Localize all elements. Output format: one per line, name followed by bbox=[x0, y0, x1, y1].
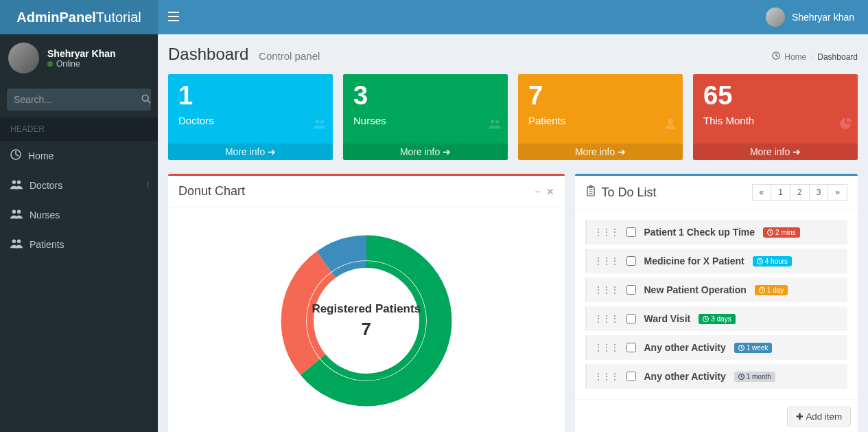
stat-box-nurses: 3NursesMore info ➜ bbox=[343, 74, 508, 160]
time-badge: 1 week bbox=[734, 343, 773, 353]
svg-point-18 bbox=[668, 119, 673, 124]
drag-handle-icon[interactable]: ⋮⋮⋮ bbox=[594, 371, 618, 382]
drag-handle-icon[interactable]: ⋮⋮⋮ bbox=[594, 255, 618, 266]
plus-icon: ✚ bbox=[796, 411, 804, 422]
todo-item: ⋮⋮⋮Medicine for X Patient 4 hours bbox=[585, 249, 848, 273]
sidebar-item-patients[interactable]: Patients bbox=[0, 229, 158, 259]
search-input[interactable] bbox=[7, 89, 141, 111]
breadcrumb: Home › Dashboard bbox=[772, 52, 858, 62]
more-info-link[interactable]: More info ➜ bbox=[168, 144, 333, 160]
arrow-circle-right-icon: ➜ bbox=[618, 146, 626, 157]
svg-point-17 bbox=[495, 120, 499, 124]
todo-checkbox[interactable] bbox=[626, 372, 636, 381]
svg-line-1 bbox=[148, 100, 150, 103]
svg-point-16 bbox=[491, 120, 494, 124]
time-badge: 1 day bbox=[755, 285, 788, 295]
header-username: Shehryar khan bbox=[792, 12, 854, 23]
sidebar-search bbox=[7, 89, 151, 111]
donut-center-label: Registered Patients bbox=[312, 302, 421, 316]
sidebar-item-label: Doctors bbox=[30, 180, 62, 191]
top-header: AdminPanelTutorial Shehryar khan bbox=[0, 0, 868, 34]
svg-line-4 bbox=[16, 155, 19, 156]
page-3[interactable]: 3 bbox=[809, 184, 829, 201]
todo-checkbox[interactable] bbox=[626, 285, 636, 295]
brand-logo[interactable]: AdminPanelTutorial bbox=[0, 0, 158, 34]
svg-point-10 bbox=[17, 240, 21, 243]
sidebar-item-nurses[interactable]: Nurses bbox=[0, 200, 158, 229]
page-2[interactable]: 2 bbox=[790, 184, 810, 201]
clock-icon bbox=[738, 345, 744, 351]
clock-icon bbox=[738, 374, 744, 380]
svg-point-9 bbox=[12, 240, 16, 243]
more-info-link[interactable]: More info ➜ bbox=[693, 144, 858, 160]
time-badge: 1 month bbox=[734, 372, 775, 382]
sidebar-item-label: Nurses bbox=[30, 209, 60, 220]
page-«[interactable]: « bbox=[752, 184, 772, 201]
users-icon bbox=[10, 238, 23, 251]
sidebar-section-header: HEADER bbox=[0, 117, 158, 141]
todo-text: Medicine for X Patient bbox=[644, 255, 744, 266]
dashboard-icon bbox=[772, 52, 780, 62]
more-info-link[interactable]: More info ➜ bbox=[343, 144, 508, 160]
users-icon bbox=[489, 80, 501, 142]
breadcrumb-current: Dashboard bbox=[817, 52, 858, 62]
search-icon bbox=[141, 94, 151, 104]
stat-value: 7 bbox=[528, 81, 672, 111]
sidebar-username: Shehryar Khan bbox=[47, 48, 116, 59]
close-icon[interactable]: ✕ bbox=[546, 186, 554, 197]
svg-point-14 bbox=[316, 120, 319, 124]
donut-center-value: 7 bbox=[362, 319, 371, 340]
stat-label: Doctors bbox=[178, 115, 322, 126]
clock-icon bbox=[767, 229, 773, 236]
page-1[interactable]: 1 bbox=[771, 184, 790, 201]
todo-item: ⋮⋮⋮Any other Activity 1 week bbox=[585, 335, 848, 360]
stat-label: Nurses bbox=[353, 115, 497, 126]
search-button[interactable] bbox=[141, 89, 151, 111]
add-item-button[interactable]: ✚ Add item bbox=[787, 407, 851, 427]
users-icon bbox=[10, 179, 23, 192]
breadcrumb-home[interactable]: Home bbox=[784, 52, 806, 62]
todo-checkbox[interactable] bbox=[626, 256, 636, 266]
hamburger-icon[interactable] bbox=[158, 10, 189, 25]
stat-label: This Month bbox=[703, 115, 847, 126]
donut-panel: Donut Chart − ✕ Registered Patients 7 bbox=[168, 174, 565, 432]
drag-handle-icon[interactable]: ⋮⋮⋮ bbox=[594, 227, 618, 238]
users-icon bbox=[314, 80, 326, 142]
todo-checkbox[interactable] bbox=[626, 227, 636, 237]
donut-chart: Registered Patients 7 bbox=[270, 225, 462, 417]
svg-point-0 bbox=[142, 95, 148, 101]
todo-checkbox[interactable] bbox=[626, 314, 636, 323]
page-subtitle: Control panel bbox=[259, 50, 320, 62]
clipboard-icon bbox=[585, 185, 596, 200]
page-»[interactable]: » bbox=[828, 184, 847, 201]
sidebar-item-doctors[interactable]: Doctors〈 bbox=[0, 170, 158, 200]
more-info-link[interactable]: More info ➜ bbox=[518, 144, 683, 160]
brand-light: Tutorial bbox=[96, 10, 141, 25]
todo-text: Any other Activity bbox=[644, 342, 726, 353]
sidebar-user-panel: Shehryar Khan Online bbox=[0, 34, 158, 82]
arrow-circle-right-icon: ➜ bbox=[268, 146, 276, 157]
content: Dashboard Control panel Home › Dashboard… bbox=[158, 34, 868, 432]
header-user[interactable]: Shehryar khan bbox=[766, 8, 868, 27]
drag-handle-icon[interactable]: ⋮⋮⋮ bbox=[594, 284, 618, 295]
clock-icon bbox=[703, 316, 709, 322]
users-icon bbox=[10, 208, 23, 221]
user-icon bbox=[665, 80, 676, 142]
sidebar-status[interactable]: Online bbox=[47, 59, 116, 69]
svg-point-5 bbox=[12, 181, 16, 184]
drag-handle-icon[interactable]: ⋮⋮⋮ bbox=[594, 313, 618, 324]
sidebar-item-home[interactable]: Home bbox=[0, 141, 158, 170]
collapse-icon[interactable]: − bbox=[535, 186, 540, 197]
stat-box-patients: 7PatientsMore info ➜ bbox=[518, 74, 683, 160]
chevron-left-icon: 〈 bbox=[143, 181, 150, 190]
sidebar: Shehryar Khan Online HEADER HomeDoctors〈… bbox=[0, 34, 158, 432]
drag-handle-icon[interactable]: ⋮⋮⋮ bbox=[594, 342, 618, 353]
todo-checkbox[interactable] bbox=[626, 343, 636, 352]
dashboard-icon bbox=[10, 149, 21, 162]
todo-item: ⋮⋮⋮Ward Visit 3 days bbox=[585, 306, 848, 331]
todo-text: Ward Visit bbox=[644, 313, 691, 324]
todo-item: ⋮⋮⋮Patient 1 Check up Time 2 mins bbox=[585, 220, 848, 245]
svg-point-7 bbox=[12, 210, 16, 214]
time-badge: 3 days bbox=[699, 314, 735, 324]
stat-value: 65 bbox=[703, 81, 847, 111]
